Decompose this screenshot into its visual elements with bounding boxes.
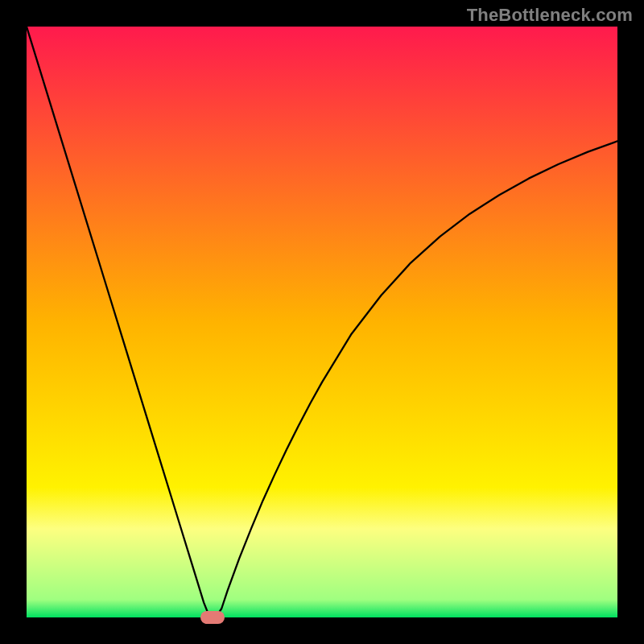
chart-frame: TheBottleneck.com <box>0 0 644 644</box>
bottleneck-plot <box>27 27 617 617</box>
gradient-background <box>27 27 617 617</box>
watermark-text: TheBottleneck.com <box>467 5 633 26</box>
optimal-marker-icon <box>200 611 225 624</box>
